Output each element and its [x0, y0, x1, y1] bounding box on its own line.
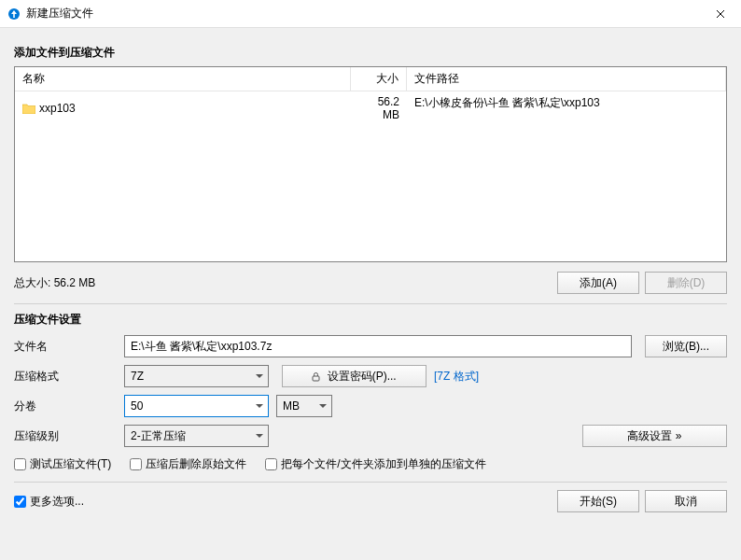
row-size: 56.2 MB	[351, 93, 407, 123]
window-title: 新建压缩文件	[26, 6, 699, 21]
close-button[interactable]	[699, 0, 741, 28]
total-size-label: 总大小: 56.2 MB	[14, 275, 552, 291]
svg-rect-1	[313, 376, 319, 381]
format-label: 压缩格式	[14, 369, 117, 385]
filename-label: 文件名	[14, 339, 117, 355]
archive-settings-heading: 压缩文件设置	[14, 312, 727, 328]
titlebar: 新建压缩文件	[0, 0, 741, 28]
volume-unit-select[interactable]: MB	[276, 395, 332, 417]
col-path[interactable]: 文件路径	[407, 67, 726, 91]
volume-label: 分卷	[14, 399, 117, 414]
divider	[14, 482, 727, 483]
folder-icon	[22, 104, 35, 114]
remove-button: 删除(D)	[645, 272, 727, 294]
each-separate-checkbox[interactable]: 把每个文件/文件夹添加到单独的压缩文件	[265, 456, 485, 472]
row-name: xxp103	[39, 102, 76, 115]
add-button[interactable]: 添加(A)	[557, 272, 639, 294]
lock-icon	[312, 371, 320, 385]
format-select[interactable]: 7Z	[124, 365, 269, 387]
level-label: 压缩级别	[14, 428, 117, 444]
format-link[interactable]: [7Z 格式]	[434, 369, 479, 385]
browse-button[interactable]: 浏览(B)...	[645, 335, 727, 357]
row-path: E:\小橡皮备份\斗鱼 酱紫\私定\xxp103	[407, 93, 726, 123]
advanced-button[interactable]: 高级设置 »	[582, 425, 727, 447]
cancel-button[interactable]: 取消	[645, 490, 727, 512]
divider	[14, 303, 727, 304]
table-row[interactable]: xxp103 56.2 MB E:\小橡皮备份\斗鱼 酱紫\私定\xxp103	[15, 91, 726, 125]
more-options-checkbox[interactable]: 更多选项...	[14, 494, 552, 510]
set-password-button[interactable]: 设置密码(P)...	[282, 365, 426, 387]
file-table[interactable]: 名称 大小 文件路径 xxp103 56.2 MB E:\小橡皮备份\斗鱼 酱紫…	[14, 66, 727, 262]
test-archive-checkbox[interactable]: 测试压缩文件(T)	[14, 456, 111, 472]
add-files-heading: 添加文件到压缩文件	[14, 45, 727, 61]
table-header: 名称 大小 文件路径	[15, 67, 726, 91]
volume-input[interactable]	[124, 395, 269, 417]
delete-after-checkbox[interactable]: 压缩后删除原始文件	[130, 456, 246, 472]
app-icon	[7, 7, 21, 21]
col-size[interactable]: 大小	[351, 67, 407, 91]
col-name[interactable]: 名称	[15, 67, 351, 91]
filename-input[interactable]	[124, 335, 632, 357]
start-button[interactable]: 开始(S)	[557, 490, 639, 512]
level-select[interactable]: 2-正常压缩	[124, 425, 269, 447]
